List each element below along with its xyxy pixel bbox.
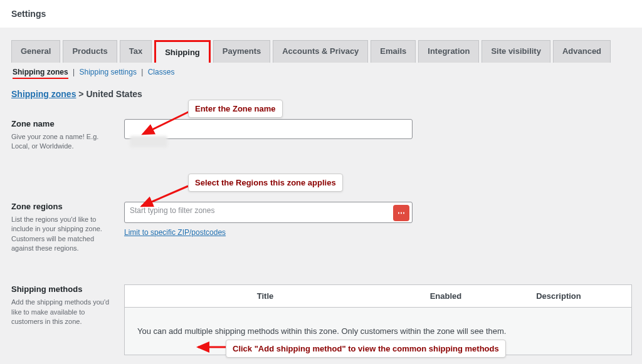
zone-regions-input[interactable]: Start typing to filter zones ⋯ [124, 202, 413, 223]
page-title: Settings [11, 9, 46, 19]
tab-tax[interactable]: Tax [120, 40, 152, 63]
zone-name-label: Zone name [11, 119, 124, 128]
shipping-methods-label-block: Shipping methods Add the shipping method… [11, 284, 124, 326]
breadcrumb-root[interactable]: Shipping zones [11, 89, 76, 99]
zone-name-input[interactable] [124, 119, 413, 139]
subtab-zones[interactable]: Shipping zones [13, 68, 68, 79]
zone-regions-row: Zone regions List the regions you'd like… [11, 202, 631, 254]
zone-regions-label-block: Zone regions List the regions you'd like… [11, 202, 124, 254]
shipping-subtabs: Shipping zones | Shipping settings | Cla… [11, 63, 631, 80]
shipping-methods-help: Add the shipping methods you'd like to m… [11, 298, 112, 326]
tab-advanced[interactable]: Advanced [553, 40, 611, 63]
annotation-add-method: Click "Add shipping method" to view the … [226, 340, 506, 358]
col-title: Title [135, 291, 396, 301]
tab-visibility[interactable]: Site visibility [482, 40, 550, 63]
page-header: Settings [0, 0, 642, 28]
shipping-methods-label: Shipping methods [11, 284, 124, 294]
expand-regions-button[interactable]: ⋯ [393, 205, 409, 221]
separator: | [73, 68, 75, 76]
ellipsis-icon: ⋯ [397, 209, 405, 217]
col-description: Description [496, 291, 621, 301]
zip-postcodes-link[interactable]: Limit to specific ZIP/postcodes [124, 228, 226, 237]
zone-name-label-block: Zone name Give your zone a name! E.g. Lo… [11, 119, 124, 152]
zone-name-help: Give your zone a name! E.g. Local, or Wo… [11, 132, 112, 152]
tab-products[interactable]: Products [63, 40, 117, 63]
zone-regions-label: Zone regions [11, 202, 124, 211]
tab-payments[interactable]: Payments [213, 40, 270, 63]
breadcrumb-sep: > [76, 89, 86, 99]
breadcrumb-current: United States [86, 89, 142, 99]
separator: | [141, 68, 143, 76]
tab-accounts[interactable]: Accounts & Privacy [273, 40, 368, 63]
shipping-methods-head: Title Enabled Description [125, 285, 631, 308]
breadcrumb: Shipping zones > United States [11, 89, 631, 99]
tab-integration[interactable]: Integration [418, 40, 479, 63]
tab-general[interactable]: General [11, 40, 60, 63]
zone-name-row: Zone name Give your zone a name! E.g. Lo… [11, 119, 631, 152]
subtab-settings[interactable]: Shipping settings [79, 68, 136, 76]
tab-shipping[interactable]: Shipping [154, 40, 211, 63]
settings-tabs: General Products Tax Shipping Payments A… [11, 40, 631, 63]
tab-emails[interactable]: Emails [371, 40, 416, 63]
zone-name-field-wrap [124, 119, 425, 139]
settings-content: General Products Tax Shipping Payments A… [0, 28, 642, 364]
zone-regions-help: List the regions you'd like to include i… [11, 215, 112, 254]
annotation-zone-regions: Select the Regions this zone applies [188, 174, 343, 192]
zone-regions-placeholder: Start typing to filter zones [130, 206, 214, 215]
col-enabled: Enabled [396, 291, 496, 301]
redacted-zone-name [130, 136, 167, 147]
subtab-classes[interactable]: Classes [148, 68, 175, 76]
annotation-zone-name: Enter the Zone name [188, 100, 283, 118]
zone-regions-field-wrap: Start typing to filter zones ⋯ Limit to … [124, 202, 425, 237]
